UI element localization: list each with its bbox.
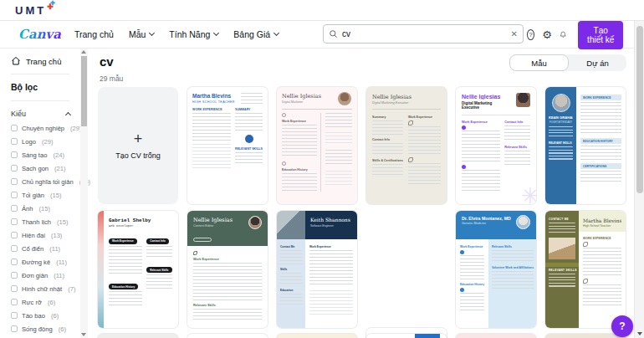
filter-option-tao-bao[interactable]: Táo bạo(6)	[11, 309, 80, 322]
text-lines	[325, 171, 352, 186]
gradient-stripe	[98, 211, 104, 328]
filter-option-hinh-chu-nhat[interactable]: Hình chữ nhật(7)	[11, 282, 80, 295]
checkbox[interactable]	[11, 272, 18, 279]
checkbox[interactable]	[11, 259, 18, 265]
chevron-up-icon	[65, 111, 71, 117]
filter-option-duong-ke[interactable]: Đường kẻ(11)	[11, 255, 80, 269]
checkbox[interactable]	[11, 245, 18, 252]
text-lines	[280, 250, 302, 265]
section-icon	[282, 161, 286, 166]
checkbox[interactable]	[11, 285, 18, 292]
template-card-kean-graham[interactable]: KEAN GRAHAM FLIGHT ATTENDANT RELEVANT SK…	[545, 87, 626, 204]
text-lines	[583, 248, 621, 276]
filter-option-hien-dai[interactable]: Hiện đại(13)	[11, 228, 80, 242]
profile-photo	[516, 215, 530, 229]
sidebar-scrollbar[interactable]	[80, 49, 88, 338]
template-card-gabriel-shelby[interactable]: Gabriel Shelby Web Developer Work Experi…	[98, 211, 178, 328]
template-card-partial[interactable]	[98, 334, 178, 338]
nav-item-features[interactable]: Tính Năng	[169, 29, 218, 39]
checkbox[interactable]	[11, 165, 18, 172]
filter-group-style[interactable]: Kiểu	[11, 106, 80, 121]
text-lines	[504, 125, 530, 142]
checkbox[interactable]	[11, 151, 18, 158]
chevron-down-icon	[213, 30, 219, 36]
template-card-nellie-iglesias-purple[interactable]: Nellie Iglesias Digital Marketing Execut…	[456, 87, 536, 204]
umt-logo-text: UMT	[15, 4, 46, 17]
template-card-partial[interactable]	[277, 334, 357, 338]
template-card-nellie-iglesias-pink[interactable]: Nellie Iglesias Digital Marketer Work Ex…	[277, 87, 357, 204]
filter-option-ruc-ro[interactable]: Rực rỡ(6)	[11, 295, 80, 309]
clear-search-icon[interactable]: ✕	[511, 29, 518, 38]
home-icon	[11, 56, 21, 66]
checkbox[interactable]	[11, 205, 18, 212]
checkbox[interactable]	[11, 312, 18, 319]
text-lines	[583, 284, 621, 308]
nav-item-pricing[interactable]: Bảng Giá	[233, 29, 279, 39]
checkbox[interactable]	[11, 299, 18, 305]
scrollbar-thumb[interactable]	[81, 56, 87, 126]
checkbox[interactable]	[11, 218, 18, 225]
text-lines	[282, 173, 317, 192]
filter-option-co-dien[interactable]: Cổ điển(11)	[11, 242, 80, 255]
umt-logo[interactable]: UMT✚✚	[15, 4, 55, 17]
profile-photo	[248, 216, 262, 229]
main-scrollbar[interactable]	[634, 21, 644, 338]
template-card-partial[interactable]	[456, 334, 536, 338]
chevron-down-icon	[273, 30, 279, 36]
nav-item-templates[interactable]: Mẫu	[129, 29, 154, 39]
gear-icon[interactable]: ⚙	[542, 29, 552, 40]
checkbox[interactable]	[11, 192, 18, 198]
filter-option-sach-gon[interactable]: Sạch gọn(21)	[11, 161, 80, 175]
search-input[interactable]	[342, 29, 511, 38]
nav-label: Bảng Giá	[233, 29, 270, 39]
filter-option-don-gian[interactable]: Đơn giản(11)	[11, 269, 80, 282]
scrollbar-thumb[interactable]	[636, 26, 643, 193]
template-card-nellie-iglesias-beige[interactable]: Nellie Iglesias Digital Marketing Execut…	[366, 87, 447, 204]
sidebar-item-home[interactable]: Trang chủ	[11, 54, 80, 69]
text-lines	[372, 120, 403, 136]
help-fab-button[interactable]: ?	[611, 315, 633, 337]
help-icon[interactable]: ?	[527, 29, 534, 40]
template-card-martha-blevins-blue[interactable]: Martha Blevins HIGH SCHOOL TEACHER WORK …	[187, 87, 268, 204]
checkbox[interactable]	[11, 232, 18, 238]
checkbox[interactable]	[11, 138, 18, 145]
template-card-partial[interactable]	[545, 334, 626, 338]
filter-option-chuyen-nghiep[interactable]: Chuyên nghiệp(29)	[11, 121, 80, 135]
filter-option-thanh-lich[interactable]: Thanh lịch(15)	[11, 215, 80, 228]
create-design-button[interactable]: Tạo thiết kế	[578, 21, 623, 49]
template-card-martha-blevins-olive[interactable]: CONTACT ME RELEVANT SKILLS Martha Blevin…	[545, 211, 626, 328]
checkbox[interactable]	[11, 125, 18, 131]
template-card-partial[interactable]	[366, 334, 447, 338]
bell-icon[interactable]	[560, 29, 566, 40]
scroll-down-arrow-icon[interactable]	[81, 333, 86, 336]
view-toggle: Mẫu Dự án	[509, 54, 626, 71]
scroll-up-arrow-icon[interactable]	[81, 50, 86, 54]
filter-option-sang-tao[interactable]: Sáng tạo(24)	[11, 148, 80, 161]
create-blank-cv-card[interactable]: + Tạo CV trống	[98, 87, 178, 204]
page-title: cv	[100, 54, 114, 69]
checkbox[interactable]	[11, 325, 18, 332]
template-card-partial[interactable]	[187, 334, 268, 338]
template-card-nellie-iglesias-green[interactable]: Nellie Iglesias Content Editor Work Expe…	[187, 211, 268, 328]
nav-item-home[interactable]: Trang chủ	[74, 29, 114, 39]
checkbox[interactable]	[11, 178, 18, 185]
search-box[interactable]: ✕	[323, 24, 524, 44]
search-icon	[329, 29, 338, 38]
filter-group-label: Kiểu	[11, 110, 26, 118]
canva-logo[interactable]: Canva	[18, 27, 61, 42]
filter-option-song-dong[interactable]: Sống động(6)	[11, 322, 80, 335]
filter-option-chu-nghia-toi-gian[interactable]: Chủ nghĩa tối giản(15)	[11, 175, 80, 188]
tab-projects[interactable]: Dự án	[569, 54, 626, 71]
scroll-down-arrow-icon[interactable]	[637, 332, 642, 335]
tab-templates[interactable]: Mẫu	[509, 54, 569, 71]
template-card-elvira-montanez[interactable]: Dr. Elvira Montanez, MD Geriatric Medici…	[456, 211, 536, 328]
nav-label: Tính Năng	[169, 29, 210, 39]
filter-option-logo[interactable]: Logo(29)	[11, 135, 80, 148]
plus-icon: +	[134, 131, 143, 146]
filter-option-toi-gian[interactable]: Tối giản(15)	[11, 188, 80, 202]
filter-option-anh[interactable]: Ảnh(15)	[11, 202, 80, 215]
canva-app-window: UMT✚✚ Canva Trang chủ Mẫu Tính Năng Bảng…	[0, 0, 644, 338]
template-card-keith-shannons[interactable]: Keith Shannons Software Engineer Contact…	[277, 211, 357, 328]
text-lines	[325, 150, 352, 166]
flower-icon	[408, 120, 413, 125]
